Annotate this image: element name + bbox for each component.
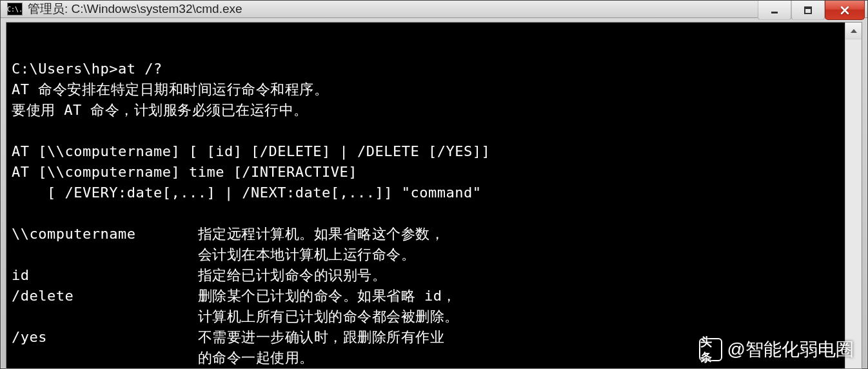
minimize-icon (770, 6, 779, 15)
console-line: C:\Users\hp>at /? (12, 61, 163, 77)
console-output[interactable]: C:\Users\hp>at /? AT 命令安排在特定日期和时间运行命令和程序… (6, 23, 845, 368)
console-line: [ /EVERY:date[,...] | /NEXT:date[,...]] … (12, 184, 482, 201)
maximize-button[interactable] (791, 1, 825, 20)
app-icon: C:\. (7, 3, 23, 15)
console-line: 计算机上所有已计划的命令都会被删除。 (12, 308, 459, 324)
window-controls (758, 1, 865, 20)
maximize-icon (804, 6, 813, 15)
console-line: 的命令一起使用。 (12, 350, 314, 366)
close-button[interactable] (825, 1, 865, 20)
console-line: 要使用 AT 命令，计划服务必须已在运行中。 (12, 102, 308, 118)
console-line: /delete 删除某个已计划的命令。如果省略 id， (12, 288, 457, 304)
svg-rect-2 (805, 7, 811, 9)
console-line: id 指定给已计划命令的识别号。 (12, 267, 386, 283)
vertical-scrollbar[interactable] (845, 23, 862, 368)
window-frame: C:\. 管理员: C:\Windows\system32\cmd.exe (0, 0, 868, 369)
scroll-track[interactable] (845, 39, 862, 368)
svg-rect-0 (771, 12, 778, 14)
console-line: AT 命令安排在特定日期和时间运行命令和程序。 (12, 81, 328, 97)
titlebar[interactable]: C:\. 管理员: C:\Windows\system32\cmd.exe (1, 1, 867, 18)
close-icon (840, 5, 850, 15)
content-frame: C:\Users\hp>at /? AT 命令安排在特定日期和时间运行命令和程序… (6, 22, 862, 369)
chevron-up-icon (851, 29, 857, 33)
console-line: \\computername 指定远程计算机。如果省略这个参数， (12, 226, 444, 242)
console-line: AT [\\computername] [ [id] [/DELETE] | /… (12, 143, 490, 159)
console-line: /yes 不需要进一步确认时，跟删除所有作业 (12, 329, 444, 345)
minimize-button[interactable] (758, 1, 791, 20)
console-line: 会计划在本地计算机上运行命令。 (12, 246, 415, 263)
console-line: AT [\\computername] time [/INTERACTIVE] (12, 164, 357, 180)
scroll-up-button[interactable] (845, 23, 862, 39)
window-title: 管理员: C:\Windows\system32\cmd.exe (28, 1, 242, 17)
